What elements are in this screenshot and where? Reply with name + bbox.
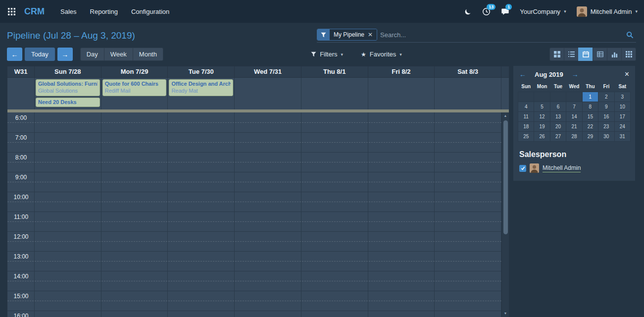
- calendar-event[interactable]: Global Solutions: FurnitGlobal Solutions: [36, 79, 100, 96]
- allday-cell[interactable]: Global Solutions: FurnitGlobal Solutions…: [35, 78, 101, 109]
- time-slot-row[interactable]: 14:00: [7, 271, 501, 291]
- mini-day[interactable]: 4: [518, 102, 534, 112]
- time-slot-row[interactable]: 10:00: [7, 192, 501, 211]
- view-switch-graph[interactable]: [607, 48, 622, 61]
- mini-day[interactable]: 29: [582, 132, 598, 142]
- mini-day[interactable]: 31: [614, 132, 630, 142]
- scale-button-month[interactable]: Month: [133, 48, 163, 61]
- allday-cell[interactable]: [235, 78, 301, 109]
- mini-day[interactable]: 3: [614, 92, 630, 102]
- allday-cell[interactable]: Office Design and ArchiReady Mat: [168, 78, 235, 109]
- time-slot-row[interactable]: 15:00: [7, 291, 501, 311]
- app-brand[interactable]: CRM: [24, 6, 45, 17]
- user-menu[interactable]: Mitchell Admin ▾: [577, 6, 638, 17]
- mini-day[interactable]: 5: [534, 102, 550, 112]
- mini-day[interactable]: 13: [550, 112, 566, 122]
- hour-label: 13:00: [7, 253, 35, 260]
- view-switch-pivot[interactable]: [593, 48, 607, 61]
- filters-dropdown[interactable]: Filters ▾: [311, 51, 343, 58]
- view-switch-activity[interactable]: [621, 48, 636, 61]
- mini-day[interactable]: 9: [598, 102, 614, 112]
- mini-day[interactable]: 2: [598, 92, 614, 102]
- mini-day[interactable]: 24: [614, 122, 630, 132]
- time-slot-row[interactable]: 7:00: [7, 132, 501, 152]
- mini-day[interactable]: 1: [582, 92, 598, 102]
- calendar-event[interactable]: Office Design and ArchiReady Mat: [169, 79, 233, 96]
- mini-day[interactable]: 12: [534, 112, 550, 122]
- dark-mode-moon-icon[interactable]: [464, 8, 472, 15]
- mini-day-empty: [518, 92, 534, 102]
- mini-day[interactable]: 22: [582, 122, 598, 132]
- calendar-sidebar: ← Aug 2019 → × SunMonTueWedThuFriSat 123…: [513, 66, 635, 317]
- time-slot-row[interactable]: 16:00: [7, 311, 501, 317]
- allday-scroll-spacer: [501, 78, 509, 109]
- time-slot-row[interactable]: 12:00: [7, 231, 501, 251]
- mini-day[interactable]: 6: [550, 102, 566, 112]
- mini-next-month-icon[interactable]: →: [572, 71, 579, 78]
- allday-cell[interactable]: [301, 78, 368, 109]
- time-slot-row[interactable]: 11:00: [7, 211, 501, 231]
- scroll-down-arrow-icon[interactable]: ▼: [504, 310, 507, 317]
- mini-day[interactable]: 30: [598, 132, 614, 142]
- mini-calendar: SunMonTueWedThuFriSat 123456789101112131…: [518, 82, 631, 142]
- search-input[interactable]: [377, 29, 626, 41]
- scale-button-day[interactable]: Day: [80, 48, 104, 61]
- menu-sales[interactable]: Sales: [60, 8, 77, 15]
- mini-day[interactable]: 25: [518, 132, 534, 142]
- time-slot-row[interactable]: 6:00: [7, 112, 501, 132]
- next-week-button[interactable]: →: [57, 48, 73, 61]
- view-switch-list[interactable]: [564, 48, 579, 61]
- favorites-dropdown[interactable]: ★ Favorites ▾: [361, 51, 402, 58]
- mini-day[interactable]: 11: [518, 112, 534, 122]
- mini-day[interactable]: 26: [534, 132, 550, 142]
- mini-day[interactable]: 16: [598, 112, 614, 122]
- allday-cell[interactable]: [435, 78, 501, 109]
- close-icon[interactable]: ×: [625, 70, 629, 78]
- mini-day[interactable]: 17: [614, 112, 630, 122]
- mini-day[interactable]: 27: [550, 132, 566, 142]
- mini-day[interactable]: 8: [582, 102, 598, 112]
- scale-button-week[interactable]: Week: [104, 48, 133, 61]
- half-hour-line: [7, 142, 501, 143]
- calendar-event[interactable]: Quote for 600 ChairsRediff Mail: [102, 79, 167, 96]
- scrollbar-thumb[interactable]: [503, 120, 508, 234]
- time-slot-row[interactable]: 9:00: [7, 172, 501, 192]
- mini-day[interactable]: 14: [566, 112, 582, 122]
- mini-day[interactable]: 18: [518, 122, 534, 132]
- previous-week-button[interactable]: ←: [7, 48, 22, 61]
- search-facet[interactable]: My Pipeline ✕: [317, 29, 377, 41]
- calendar-scrollbar[interactable]: ▲ ▼: [501, 112, 509, 317]
- mini-day[interactable]: 28: [566, 132, 582, 142]
- allday-cell[interactable]: [368, 78, 435, 109]
- mini-day[interactable]: 10: [614, 102, 630, 112]
- messages-chat-icon[interactable]: 1: [501, 7, 509, 16]
- facet-remove-icon[interactable]: ✕: [368, 32, 373, 38]
- company-switcher[interactable]: YourCompany ▾: [520, 8, 566, 15]
- time-slot-row[interactable]: 13:00: [7, 251, 501, 271]
- view-switch-kanban[interactable]: [549, 48, 564, 61]
- salesperson-item[interactable]: Mitchell Admin: [513, 163, 635, 173]
- mini-day[interactable]: 23: [598, 122, 614, 132]
- calendar-event[interactable]: Need 20 Desks: [36, 98, 100, 107]
- mini-day[interactable]: 19: [534, 122, 550, 132]
- salesperson-checkbox[interactable]: [519, 165, 526, 172]
- mini-day[interactable]: 21: [566, 122, 582, 132]
- half-hour-line: [7, 301, 501, 301]
- activities-clock-icon[interactable]: 13: [482, 7, 491, 16]
- scroll-up-arrow-icon[interactable]: ▲: [504, 112, 507, 119]
- apps-grid-icon[interactable]: [6, 6, 17, 17]
- half-hour-line: [7, 182, 501, 182]
- view-switch-calendar[interactable]: [578, 48, 593, 61]
- time-slot-row[interactable]: 8:00: [7, 152, 501, 172]
- menu-reporting[interactable]: Reporting: [90, 8, 118, 15]
- day-header: Sat 8/3: [435, 66, 501, 77]
- menu-configuration[interactable]: Configuration: [131, 8, 169, 15]
- salesperson-name[interactable]: Mitchell Admin: [543, 164, 581, 172]
- mini-day[interactable]: 15: [582, 112, 598, 122]
- today-button[interactable]: Today: [25, 48, 55, 61]
- allday-cell[interactable]: Quote for 600 ChairsRediff Mail: [101, 78, 168, 109]
- search-magnifier-icon[interactable]: [626, 31, 635, 39]
- mini-day[interactable]: 7: [566, 102, 582, 112]
- mini-day[interactable]: 20: [550, 122, 566, 132]
- mini-prev-month-icon[interactable]: ←: [519, 71, 526, 78]
